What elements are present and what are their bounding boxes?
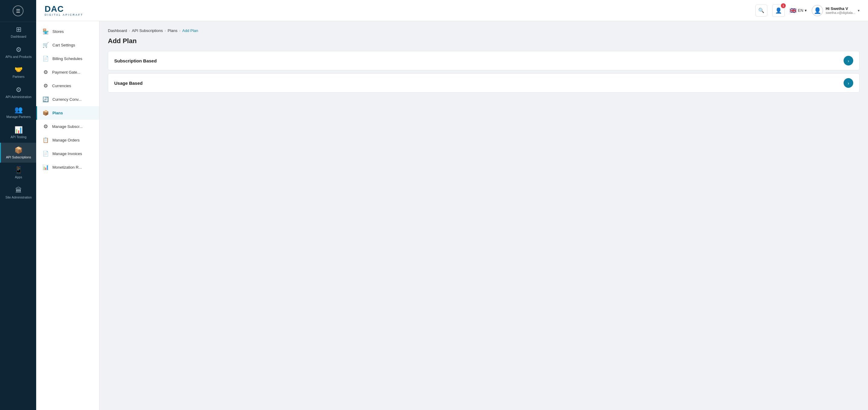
sidebar-label-partners: Partners <box>13 75 25 79</box>
secondary-item-currency-conv[interactable]: 🔄 Currency Conv... <box>36 93 99 106</box>
secondary-icon-manage-subscriptions: ⚙ <box>42 123 49 130</box>
secondary-icon-plans: 📦 <box>42 110 49 116</box>
plan-card-label-subscription-based: Subscription Based <box>114 58 844 63</box>
secondary-label-stores: Stores <box>53 29 64 34</box>
user-email: swetha.v@digitala... <box>826 11 855 14</box>
hamburger-button[interactable]: ☰ <box>13 5 24 16</box>
breadcrumb-sep-1: › <box>129 29 130 33</box>
sidebar-item-api-subscriptions[interactable]: 📦 API Subscriptions <box>0 143 36 163</box>
language-chevron-icon: ▾ <box>805 8 807 13</box>
sidebar-icon-dashboard: ⊞ <box>16 26 22 33</box>
plan-card-arrow-usage-based: › <box>844 78 853 88</box>
user-chevron-icon: ▾ <box>858 8 860 13</box>
plan-card-label-usage-based: Usage Based <box>114 81 844 86</box>
flag-icon: 🇬🇧 <box>789 7 796 14</box>
sidebar-icon-api-testing: 📊 <box>14 126 23 134</box>
sidebar-hamburger-area: ☰ <box>0 0 36 22</box>
sidebar-label-api-testing: API Testing <box>10 135 27 139</box>
secondary-label-plans: Plans <box>53 111 63 115</box>
sidebar-item-site-administration[interactable]: 🏛 Site Administration <box>0 183 36 203</box>
avatar: 👤 <box>812 5 823 16</box>
sidebar-item-partners[interactable]: 🤝 Partners <box>0 62 36 82</box>
sidebar-icon-apps: 📱 <box>14 166 23 174</box>
secondary-label-currencies: Currencies <box>52 84 71 88</box>
secondary-icon-cart-settings: 🛒 <box>42 42 49 48</box>
breadcrumb-dashboard[interactable]: Dashboard <box>108 28 127 33</box>
sidebar-icon-partners: 🤝 <box>14 66 23 74</box>
sidebar-icon-apis-and-products: ⚙ <box>16 46 22 54</box>
secondary-icon-currency-conv: 🔄 <box>42 96 49 102</box>
logo-text: DAC <box>44 5 84 13</box>
secondary-label-billing-schedules: Billing Schedules <box>53 56 82 61</box>
secondary-item-manage-invoices[interactable]: 📄 Manage Invoices <box>36 147 99 160</box>
secondary-item-manage-orders[interactable]: 📋 Manage Orders <box>36 133 99 147</box>
language-selector[interactable]: 🇬🇧 EN ▾ <box>789 7 807 14</box>
secondary-icon-stores: 🏪 <box>42 28 49 35</box>
secondary-item-billing-schedules[interactable]: 📄 Billing Schedules <box>36 52 99 65</box>
secondary-icon-manage-orders: 📋 <box>42 137 49 143</box>
secondary-item-monetization-r[interactable]: 📊 Monetization R... <box>36 160 99 174</box>
notification-icon: 👤 <box>775 7 782 14</box>
user-menu[interactable]: 👤 Hi Swetha V swetha.v@digitala... ▾ <box>812 5 860 16</box>
sidebar-icon-site-administration: 🏛 <box>16 186 22 194</box>
sidebar-label-site-administration: Site Administration <box>5 196 32 199</box>
main-content: Dashboard › API Subscriptions › Plans › … <box>99 21 868 410</box>
secondary-icon-billing-schedules: 📄 <box>42 56 49 62</box>
secondary-icon-manage-invoices: 📄 <box>42 150 49 157</box>
secondary-item-currencies[interactable]: ⚙ Currencies <box>36 79 99 93</box>
plan-card-arrow-subscription-based: › <box>844 56 853 65</box>
breadcrumb: Dashboard › API Subscriptions › Plans › … <box>108 28 860 33</box>
sidebar-label-api-subscriptions: API Subscriptions <box>6 155 31 159</box>
secondary-label-manage-orders: Manage Orders <box>53 138 80 142</box>
secondary-icon-currencies: ⚙ <box>42 83 49 89</box>
search-button[interactable]: 🔍 <box>755 4 767 17</box>
sidebar-secondary: 🏪 Stores 🛒 Cart Settings 📄 Billing Sched… <box>36 21 99 410</box>
sidebar-icon-api-administration: ⚙ <box>16 86 22 94</box>
sidebar-item-dashboard[interactable]: ⊞ Dashboard <box>0 22 36 42</box>
secondary-item-payment-gateway[interactable]: ⚙ Payment Gate... <box>36 65 99 79</box>
secondary-item-plans[interactable]: 📦 Plans <box>36 106 99 120</box>
sidebar-label-apps: Apps <box>15 175 22 179</box>
sidebar-item-api-administration[interactable]: ⚙ API Administration <box>0 82 36 102</box>
secondary-label-payment-gateway: Payment Gate... <box>52 70 81 75</box>
secondary-label-currency-conv: Currency Conv... <box>53 97 82 102</box>
sidebar-item-apis-and-products[interactable]: ⚙ APIs and Products <box>0 42 36 62</box>
sidebar-icon-api-subscriptions: 📦 <box>14 146 23 154</box>
sidebar-label-manage-partners: Manage Partners <box>6 115 31 119</box>
secondary-label-cart-settings: Cart Settings <box>53 43 75 47</box>
breadcrumb-plans[interactable]: Plans <box>167 28 178 33</box>
header-logo: DAC DIGITAL APICRAFT <box>44 5 84 16</box>
breadcrumb-sep-3: › <box>179 29 181 33</box>
plan-card-usage-based[interactable]: Usage Based › <box>108 73 860 93</box>
sidebar-label-api-administration: API Administration <box>6 95 32 99</box>
page-title: Add Plan <box>108 37 860 45</box>
header: DAC DIGITAL APICRAFT 🔍 👤 1 🇬🇧 EN ▾ 👤 Hi … <box>36 0 868 21</box>
breadcrumb-api-subscriptions[interactable]: API Subscriptions <box>132 28 163 33</box>
breadcrumb-sep-2: › <box>164 29 166 33</box>
secondary-item-cart-settings[interactable]: 🛒 Cart Settings <box>36 38 99 52</box>
secondary-icon-payment-gateway: ⚙ <box>42 69 49 76</box>
secondary-item-manage-subscriptions[interactable]: ⚙ Manage Subscr... <box>36 120 99 133</box>
secondary-label-monetization-r: Monetization R... <box>53 165 82 170</box>
user-name: Hi Swetha V <box>826 6 855 11</box>
main-area: DAC DIGITAL APICRAFT 🔍 👤 1 🇬🇧 EN ▾ 👤 Hi … <box>36 0 868 410</box>
language-label: EN <box>798 8 803 13</box>
secondary-label-manage-invoices: Manage Invoices <box>53 151 82 156</box>
notification-badge: 1 <box>781 3 786 8</box>
sidebar-label-apis-and-products: APIs and Products <box>5 55 32 59</box>
sidebar-icon-manage-partners: 👥 <box>14 106 23 114</box>
sidebar-item-apps[interactable]: 📱 Apps <box>0 163 36 183</box>
plan-card-subscription-based[interactable]: Subscription Based › <box>108 51 860 70</box>
secondary-item-stores[interactable]: 🏪 Stores <box>36 25 99 38</box>
sidebar-item-manage-partners[interactable]: 👥 Manage Partners <box>0 102 36 122</box>
sidebar-item-api-testing[interactable]: 📊 API Testing <box>0 122 36 143</box>
user-info: Hi Swetha V swetha.v@digitala... <box>826 6 855 14</box>
secondary-icon-monetization-r: 📊 <box>42 164 49 171</box>
logo-sub: DIGITAL APICRAFT <box>44 13 84 16</box>
sidebar-label-dashboard: Dashboard <box>11 35 26 39</box>
notification-button[interactable]: 👤 1 <box>772 4 785 17</box>
secondary-label-manage-subscriptions: Manage Subscr... <box>52 124 83 129</box>
breadcrumb-add-plan: Add Plan <box>182 28 198 33</box>
sidebar-dark: ☰ ⊞ Dashboard ⚙ APIs and Products 🤝 Part… <box>0 0 36 410</box>
